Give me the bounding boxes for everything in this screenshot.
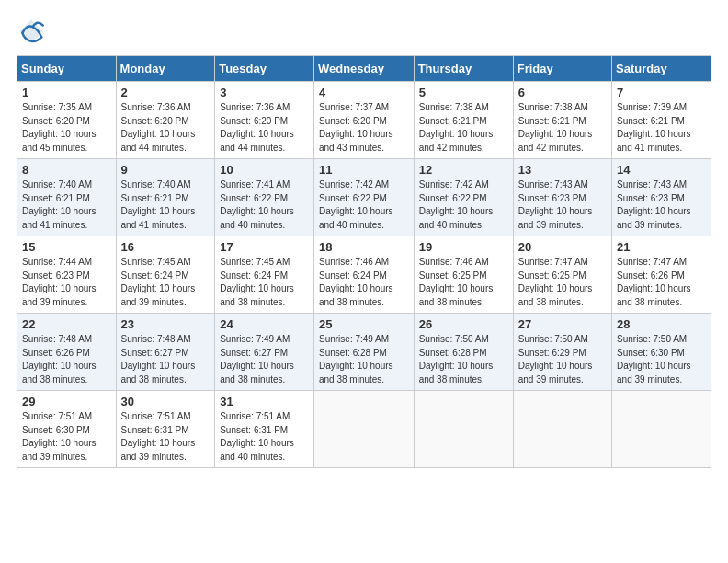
table-cell: 13 Sunrise: 7:43 AMSunset: 6:23 PMDaylig…: [513, 159, 611, 236]
day-info: Sunrise: 7:50 AMSunset: 6:29 PMDaylight:…: [518, 334, 593, 385]
day-info: Sunrise: 7:45 AMSunset: 6:24 PMDaylight:…: [220, 257, 294, 307]
table-cell: [513, 391, 611, 468]
table-cell: 22 Sunrise: 7:48 AMSunset: 6:26 PMDaylig…: [17, 314, 117, 391]
day-info: Sunrise: 7:36 AMSunset: 6:20 PMDaylight:…: [220, 102, 294, 153]
day-number: 11: [319, 163, 409, 177]
col-friday: Friday: [513, 56, 611, 82]
logo: [17, 17, 50, 46]
table-cell: 27 Sunrise: 7:50 AMSunset: 6:29 PMDaylig…: [513, 314, 611, 391]
day-number: 18: [319, 240, 409, 254]
table-cell: [313, 391, 414, 468]
page: Sunday Monday Tuesday Wednesday Thursday…: [0, 0, 728, 563]
calendar-week-row: 15 Sunrise: 7:44 AMSunset: 6:23 PMDaylig…: [17, 236, 711, 314]
day-number: 9: [121, 163, 210, 177]
col-thursday: Thursday: [414, 56, 513, 82]
table-cell: 20 Sunrise: 7:47 AMSunset: 6:25 PMDaylig…: [513, 236, 611, 314]
day-info: Sunrise: 7:35 AMSunset: 6:20 PMDaylight:…: [22, 102, 97, 153]
day-info: Sunrise: 7:46 AMSunset: 6:24 PMDaylight:…: [319, 257, 393, 307]
day-info: Sunrise: 7:47 AMSunset: 6:25 PMDaylight:…: [518, 257, 593, 307]
day-number: 8: [22, 163, 111, 177]
day-info: Sunrise: 7:36 AMSunset: 6:20 PMDaylight:…: [121, 102, 196, 153]
day-info: Sunrise: 7:49 AMSunset: 6:27 PMDaylight:…: [220, 334, 294, 385]
day-number: 30: [121, 395, 210, 408]
calendar-week-row: 8 Sunrise: 7:40 AMSunset: 6:21 PMDayligh…: [17, 159, 711, 236]
day-info: Sunrise: 7:45 AMSunset: 6:24 PMDaylight:…: [121, 257, 196, 307]
calendar-table: Sunday Monday Tuesday Wednesday Thursday…: [17, 55, 711, 468]
calendar-week-row: 1 Sunrise: 7:35 AMSunset: 6:20 PMDayligh…: [17, 82, 711, 159]
table-cell: 29 Sunrise: 7:51 AMSunset: 6:30 PMDaylig…: [17, 391, 117, 468]
table-cell: 17 Sunrise: 7:45 AMSunset: 6:24 PMDaylig…: [215, 236, 314, 314]
header: [17, 17, 711, 46]
day-info: Sunrise: 7:42 AMSunset: 6:22 PMDaylight:…: [319, 179, 393, 230]
day-number: 4: [319, 86, 409, 99]
day-number: 16: [121, 240, 210, 254]
col-tuesday: Tuesday: [215, 56, 314, 82]
day-number: 26: [419, 317, 508, 331]
table-cell: 10 Sunrise: 7:41 AMSunset: 6:22 PMDaylig…: [215, 159, 314, 236]
col-sunday: Sunday: [17, 56, 117, 82]
table-cell: 6 Sunrise: 7:38 AMSunset: 6:21 PMDayligh…: [513, 82, 611, 159]
day-info: Sunrise: 7:38 AMSunset: 6:21 PMDaylight:…: [419, 102, 494, 153]
day-info: Sunrise: 7:48 AMSunset: 6:27 PMDaylight:…: [121, 334, 196, 385]
day-number: 12: [419, 163, 508, 177]
day-number: 24: [220, 317, 309, 331]
day-info: Sunrise: 7:41 AMSunset: 6:22 PMDaylight:…: [220, 179, 294, 230]
table-cell: 19 Sunrise: 7:46 AMSunset: 6:25 PMDaylig…: [414, 236, 513, 314]
calendar-week-row: 22 Sunrise: 7:48 AMSunset: 6:26 PMDaylig…: [17, 314, 711, 391]
day-info: Sunrise: 7:40 AMSunset: 6:21 PMDaylight:…: [121, 179, 196, 230]
table-cell: 3 Sunrise: 7:36 AMSunset: 6:20 PMDayligh…: [215, 82, 314, 159]
day-number: 25: [319, 317, 409, 331]
table-cell: 30 Sunrise: 7:51 AMSunset: 6:31 PMDaylig…: [116, 391, 215, 468]
day-number: 6: [518, 86, 607, 99]
day-number: 28: [617, 317, 706, 331]
day-number: 29: [22, 395, 111, 408]
day-info: Sunrise: 7:47 AMSunset: 6:26 PMDaylight:…: [617, 257, 691, 307]
day-number: 27: [518, 317, 607, 331]
day-number: 3: [220, 86, 309, 99]
day-info: Sunrise: 7:51 AMSunset: 6:31 PMDaylight:…: [121, 411, 196, 462]
day-info: Sunrise: 7:51 AMSunset: 6:31 PMDaylight:…: [220, 411, 294, 462]
day-info: Sunrise: 7:43 AMSunset: 6:23 PMDaylight:…: [617, 179, 691, 230]
day-number: 5: [419, 86, 508, 99]
day-info: Sunrise: 7:40 AMSunset: 6:21 PMDaylight:…: [22, 179, 97, 230]
day-info: Sunrise: 7:51 AMSunset: 6:30 PMDaylight:…: [22, 411, 97, 462]
table-cell: 7 Sunrise: 7:39 AMSunset: 6:21 PMDayligh…: [612, 82, 711, 159]
table-cell: 1 Sunrise: 7:35 AMSunset: 6:20 PMDayligh…: [17, 82, 117, 159]
day-info: Sunrise: 7:50 AMSunset: 6:28 PMDaylight:…: [419, 334, 494, 385]
day-info: Sunrise: 7:39 AMSunset: 6:21 PMDaylight:…: [617, 102, 691, 153]
table-cell: [414, 391, 513, 468]
col-monday: Monday: [116, 56, 215, 82]
table-cell: 25 Sunrise: 7:49 AMSunset: 6:28 PMDaylig…: [313, 314, 414, 391]
table-cell: 15 Sunrise: 7:44 AMSunset: 6:23 PMDaylig…: [17, 236, 117, 314]
table-cell: 16 Sunrise: 7:45 AMSunset: 6:24 PMDaylig…: [116, 236, 215, 314]
col-saturday: Saturday: [612, 56, 711, 82]
table-cell: 9 Sunrise: 7:40 AMSunset: 6:21 PMDayligh…: [116, 159, 215, 236]
table-cell: 11 Sunrise: 7:42 AMSunset: 6:22 PMDaylig…: [313, 159, 414, 236]
table-cell: 21 Sunrise: 7:47 AMSunset: 6:26 PMDaylig…: [612, 236, 711, 314]
table-cell: 18 Sunrise: 7:46 AMSunset: 6:24 PMDaylig…: [313, 236, 414, 314]
day-number: 20: [518, 240, 607, 254]
day-number: 10: [220, 163, 309, 177]
col-wednesday: Wednesday: [313, 56, 414, 82]
table-cell: 12 Sunrise: 7:42 AMSunset: 6:22 PMDaylig…: [414, 159, 513, 236]
day-number: 21: [617, 240, 706, 254]
table-cell: 26 Sunrise: 7:50 AMSunset: 6:28 PMDaylig…: [414, 314, 513, 391]
day-number: 31: [220, 395, 309, 408]
day-number: 22: [22, 317, 111, 331]
day-info: Sunrise: 7:43 AMSunset: 6:23 PMDaylight:…: [518, 179, 593, 230]
day-info: Sunrise: 7:48 AMSunset: 6:26 PMDaylight:…: [22, 334, 97, 385]
table-cell: 31 Sunrise: 7:51 AMSunset: 6:31 PMDaylig…: [215, 391, 314, 468]
day-number: 14: [617, 163, 706, 177]
table-cell: [612, 391, 711, 468]
day-number: 19: [419, 240, 508, 254]
day-info: Sunrise: 7:42 AMSunset: 6:22 PMDaylight:…: [419, 179, 494, 230]
day-info: Sunrise: 7:44 AMSunset: 6:23 PMDaylight:…: [22, 257, 97, 307]
day-number: 17: [220, 240, 309, 254]
day-number: 13: [518, 163, 607, 177]
table-cell: 5 Sunrise: 7:38 AMSunset: 6:21 PMDayligh…: [414, 82, 513, 159]
day-info: Sunrise: 7:50 AMSunset: 6:30 PMDaylight:…: [617, 334, 691, 385]
table-cell: 4 Sunrise: 7:37 AMSunset: 6:20 PMDayligh…: [313, 82, 414, 159]
day-number: 2: [121, 86, 210, 99]
calendar-header-row: Sunday Monday Tuesday Wednesday Thursday…: [17, 56, 711, 82]
table-cell: 23 Sunrise: 7:48 AMSunset: 6:27 PMDaylig…: [116, 314, 215, 391]
